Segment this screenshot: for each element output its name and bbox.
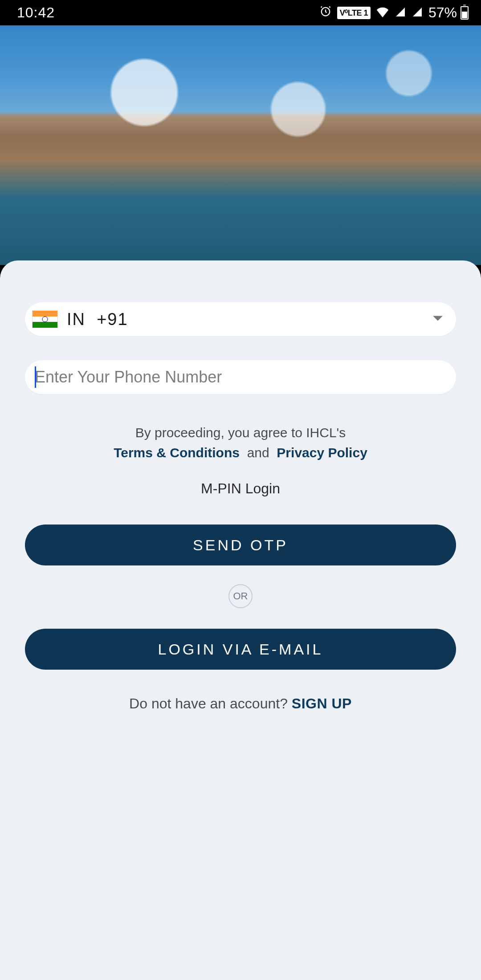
battery-percent: 57% <box>428 4 457 21</box>
status-time: 10:42 <box>17 4 55 21</box>
india-flag-icon <box>32 310 58 328</box>
status-icons: V⁰LTE 1 57% <box>319 4 469 21</box>
send-otp-button[interactable]: SEND OTP <box>25 525 456 565</box>
alarm-icon <box>319 4 332 21</box>
or-badge: OR <box>228 584 253 608</box>
country-code-text: IN +91 <box>67 310 128 329</box>
phone-input[interactable] <box>32 368 444 386</box>
volte-badge: V⁰LTE 1 <box>337 7 371 19</box>
phone-field[interactable] <box>25 360 456 394</box>
login-via-email-button[interactable]: LOGIN VIA E-MAIL <box>25 629 456 670</box>
status-bar: 10:42 V⁰LTE 1 57% <box>0 0 481 25</box>
mpin-login-link[interactable]: M-PIN Login <box>25 480 456 497</box>
wifi-icon <box>376 4 389 21</box>
battery-icon <box>461 6 469 20</box>
signup-row: Do not have an account? SIGN UP <box>25 695 456 712</box>
text-cursor <box>35 366 36 388</box>
battery-indicator: 57% <box>428 4 469 21</box>
chevron-down-icon <box>432 315 444 324</box>
terms-link[interactable]: Terms & Conditions <box>114 445 240 460</box>
signal-icon-2 <box>412 4 423 21</box>
signal-icon <box>395 4 406 21</box>
signup-link[interactable]: SIGN UP <box>292 695 352 712</box>
legal-text: By proceeding, you agree to IHCL's Terms… <box>25 423 456 463</box>
country-code-selector[interactable]: IN +91 <box>25 302 456 336</box>
login-sheet: IN +91 By proceeding, you agree to IHCL'… <box>0 260 481 980</box>
hero-image <box>0 25 481 265</box>
privacy-link[interactable]: Privacy Policy <box>277 445 367 460</box>
or-divider: OR <box>25 584 456 608</box>
